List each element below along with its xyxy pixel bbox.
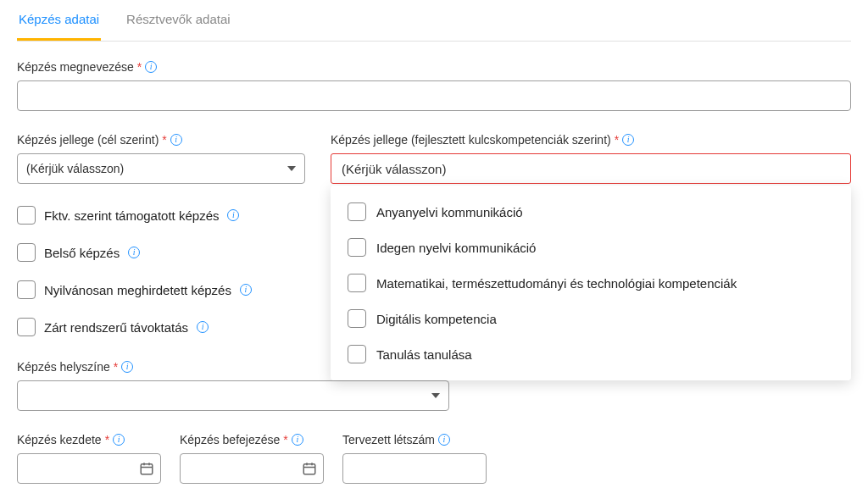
- checkbox-label-internal: Belső képzés: [44, 246, 120, 260]
- info-icon[interactable]: i: [197, 321, 209, 333]
- tab-participants-data[interactable]: Résztvevők adatai: [125, 12, 232, 41]
- required-mark: *: [114, 360, 118, 374]
- info-icon[interactable]: i: [113, 434, 125, 446]
- checkbox-label-fktv: Fktv. szerint támogatott képzés: [44, 208, 219, 223]
- tab-training-data[interactable]: Képzés adatai: [17, 12, 101, 41]
- option-label: Idegen nyelvi kommunikáció: [376, 241, 536, 255]
- competency-option[interactable]: Tanulás tanulása: [331, 336, 851, 372]
- label-training-end: Képzés befejezése: [180, 433, 280, 446]
- info-icon[interactable]: i: [622, 134, 634, 146]
- option-checkbox[interactable]: [348, 238, 366, 257]
- info-icon[interactable]: i: [240, 284, 252, 296]
- info-icon[interactable]: i: [227, 209, 239, 221]
- checkbox-label-public: Nyilvánosan meghirdetett képzés: [44, 283, 231, 297]
- info-icon[interactable]: i: [121, 361, 133, 373]
- checkbox-publicly-announced[interactable]: [17, 280, 36, 299]
- chevron-down-icon: [431, 393, 440, 398]
- svg-rect-0: [141, 464, 153, 474]
- checkbox-closed-distance[interactable]: [17, 318, 36, 336]
- required-mark: *: [137, 60, 142, 74]
- calendar-icon[interactable]: [139, 461, 154, 476]
- info-icon[interactable]: i: [128, 247, 140, 258]
- checkbox-fktv-supported[interactable]: [17, 206, 36, 225]
- checkbox-internal-training[interactable]: [17, 243, 36, 262]
- option-label: Digitális kompetencia: [376, 312, 497, 326]
- checkbox-label-closed: Zárt rendszerű távoktatás: [44, 320, 188, 335]
- competency-dropdown: Anyanyelvi kommunikáció Idegen nyelvi ko…: [331, 186, 851, 380]
- label-training-location: Képzés helyszíne: [17, 360, 110, 374]
- input-training-name[interactable]: [17, 80, 851, 111]
- field-training-name: Képzés megnevezése * i: [17, 60, 851, 111]
- option-label: Anyanyelvi kommunikáció: [376, 205, 523, 219]
- required-mark: *: [162, 133, 166, 147]
- select-placeholder: (Kérjük válasszon): [342, 162, 446, 176]
- competency-option[interactable]: Matematikai, természettudományi és techn…: [331, 265, 851, 301]
- competency-option[interactable]: Digitális kompetencia: [331, 301, 851, 336]
- label-planned-headcount: Tervezett létszám: [342, 433, 435, 446]
- required-mark: *: [283, 433, 287, 446]
- option-checkbox[interactable]: [348, 202, 366, 221]
- required-mark: *: [615, 133, 619, 147]
- select-placeholder: (Kérjük válasszon): [26, 162, 124, 175]
- info-icon[interactable]: i: [292, 434, 303, 446]
- select-training-location[interactable]: [17, 380, 449, 411]
- competency-option[interactable]: Idegen nyelvi kommunikáció: [331, 230, 851, 265]
- tabs-bar: Képzés adatai Résztvevők adatai: [17, 0, 851, 42]
- calendar-icon[interactable]: [302, 461, 317, 476]
- label-training-type-goal: Képzés jellege (cél szerint): [17, 133, 159, 147]
- select-training-type-competency[interactable]: (Kérjük válasszon): [331, 153, 851, 184]
- chevron-down-icon: [287, 166, 296, 171]
- option-label: Tanulás tanulása: [376, 347, 472, 362]
- competency-option[interactable]: Anyanyelvi kommunikáció: [331, 194, 851, 230]
- option-checkbox[interactable]: [348, 309, 366, 328]
- input-planned-headcount[interactable]: [342, 453, 487, 484]
- info-icon[interactable]: i: [145, 61, 157, 73]
- svg-rect-4: [303, 464, 315, 474]
- required-mark: *: [105, 433, 109, 446]
- info-icon[interactable]: i: [170, 134, 182, 146]
- option-checkbox[interactable]: [348, 345, 366, 363]
- label-training-start: Képzés kezdete: [17, 433, 102, 446]
- label-training-type-competency: Képzés jellege (fejlesztett kulcskompete…: [331, 133, 611, 147]
- option-checkbox[interactable]: [348, 274, 366, 292]
- option-label: Matematikai, természettudományi és techn…: [376, 276, 737, 291]
- label-training-name: Képzés megnevezése: [17, 60, 134, 74]
- select-training-type-goal[interactable]: (Kérjük válasszon): [17, 153, 305, 184]
- info-icon[interactable]: i: [438, 434, 450, 446]
